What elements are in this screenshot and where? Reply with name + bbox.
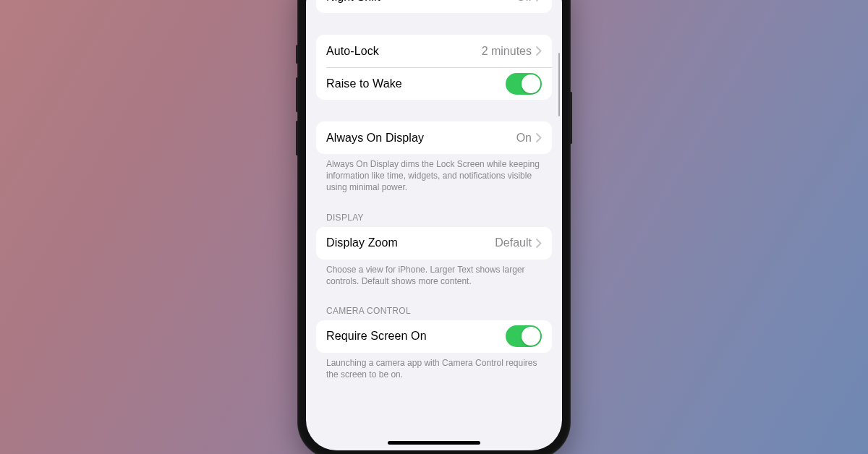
phone-volume-down xyxy=(296,121,298,155)
row-require-screen-on: Require Screen On xyxy=(316,320,552,353)
require-screen-on-label: Require Screen On xyxy=(326,330,506,343)
phone-power-button xyxy=(570,92,572,144)
always-on-label: Always On Display xyxy=(326,132,516,145)
phone-mute-switch xyxy=(296,45,298,64)
display-zoom-footer: Choose a view for iPhone. Larger Text sh… xyxy=(316,264,552,287)
raise-to-wake-toggle[interactable] xyxy=(506,73,542,95)
row-display-zoom[interactable]: Display Zoom Default xyxy=(316,227,552,260)
group-autolock: Auto-Lock 2 minutes Raise to Wake xyxy=(316,35,552,100)
display-zoom-value: Default xyxy=(495,236,532,249)
group-always-on: Always On Display On xyxy=(316,121,552,154)
night-shift-label: Night Shift xyxy=(326,0,516,4)
settings-content: Night Shift Off Auto-Lock 2 minutes xyxy=(306,0,562,380)
group-display-zoom: Display Zoom Default xyxy=(316,227,552,260)
display-section-header: DISPLAY xyxy=(316,213,552,227)
display-zoom-label: Display Zoom xyxy=(326,236,495,249)
chevron-right-icon xyxy=(536,239,542,248)
phone-volume-up xyxy=(296,77,298,112)
scroll-indicator[interactable] xyxy=(558,53,561,116)
camera-control-section-header: CAMERA CONTROL xyxy=(316,306,552,320)
chevron-right-icon xyxy=(536,46,542,56)
row-always-on-display[interactable]: Always On Display On xyxy=(316,121,552,154)
row-night-shift[interactable]: Night Shift Off xyxy=(316,0,552,13)
phone-frame: Night Shift Off Auto-Lock 2 minutes xyxy=(298,0,570,454)
row-auto-lock[interactable]: Auto-Lock 2 minutes xyxy=(316,35,552,67)
chevron-right-icon xyxy=(536,0,542,1)
require-screen-on-footer: Launching a camera app with Camera Contr… xyxy=(316,357,552,380)
group-night-shift: Night Shift Off xyxy=(316,0,552,13)
require-screen-on-toggle[interactable] xyxy=(506,325,542,347)
always-on-value: On xyxy=(516,132,532,145)
auto-lock-label: Auto-Lock xyxy=(326,45,482,58)
chevron-right-icon xyxy=(536,133,542,142)
night-shift-value: Off xyxy=(516,0,532,4)
row-raise-to-wake: Raise to Wake xyxy=(316,67,552,100)
raise-to-wake-label: Raise to Wake xyxy=(326,77,506,90)
auto-lock-value: 2 minutes xyxy=(482,45,532,58)
phone-screen: Night Shift Off Auto-Lock 2 minutes xyxy=(306,0,562,450)
always-on-footer: Always On Display dims the Lock Screen w… xyxy=(316,158,552,194)
group-require-screen-on: Require Screen On xyxy=(316,320,552,353)
home-indicator[interactable] xyxy=(388,441,480,445)
